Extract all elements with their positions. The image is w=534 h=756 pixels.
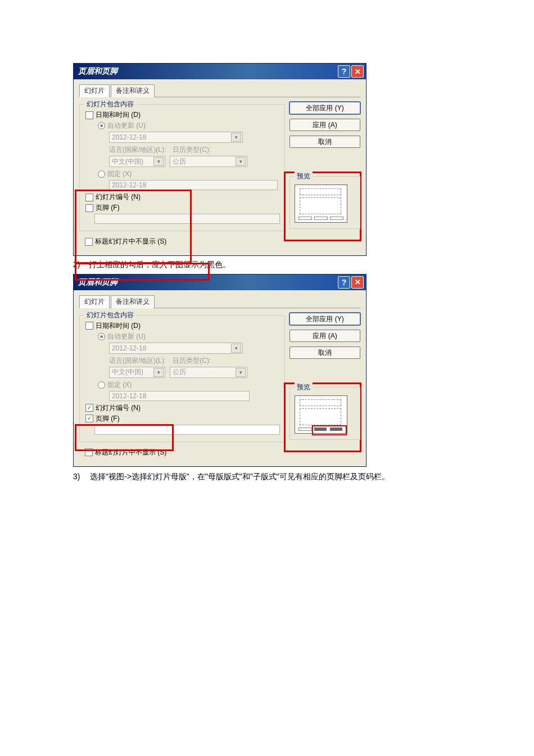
tab-notes[interactable]: 备注和讲义 xyxy=(111,84,155,97)
tab-notes[interactable]: 备注和讲义 xyxy=(111,295,155,308)
checkbox-slide-number[interactable]: ✓ xyxy=(85,404,93,412)
close-button[interactable]: ✕ xyxy=(351,276,364,289)
label-calendar: 日历类型(C): xyxy=(173,145,211,155)
label-auto-update: 自动更新 (U) xyxy=(107,121,146,130)
label-fixed: 固定 (X) xyxy=(107,380,132,390)
language-combo[interactable]: 中文(中国) ▾ xyxy=(109,367,165,378)
preview-group: 预览 xyxy=(289,387,360,440)
close-button[interactable]: ✕ xyxy=(351,65,364,78)
calendar-combo[interactable]: 公历 ▾ xyxy=(170,367,247,378)
apply-button[interactable]: 应用 (A) xyxy=(289,119,360,131)
label-slide-number: 幻灯片编号 (N) xyxy=(96,403,141,413)
language-combo[interactable]: 中文(中国) ▾ xyxy=(109,156,165,167)
titlebar: 页眉和页脚 ? ✕ xyxy=(74,64,366,79)
label-footer: 页脚 (F) xyxy=(96,203,120,213)
footer-text-input[interactable] xyxy=(94,425,280,435)
cancel-button[interactable]: 取消 xyxy=(289,136,360,148)
help-button[interactable]: ? xyxy=(338,65,350,78)
preview-label: 预览 xyxy=(295,172,313,181)
label-date-time: 日期和时间 (D) xyxy=(96,110,141,120)
help-button[interactable]: ? xyxy=(338,276,350,289)
label-not-on-title: 标题幻灯片中不显示 (S) xyxy=(95,448,166,457)
apply-all-button[interactable]: 全部应用 (Y) xyxy=(289,102,360,114)
radio-fixed[interactable] xyxy=(98,381,105,389)
apply-all-button[interactable]: 全部应用 (Y) xyxy=(289,313,360,325)
checkbox-not-on-title[interactable] xyxy=(85,238,93,246)
checkbox-slide-number[interactable] xyxy=(85,194,93,201)
label-not-on-title: 标题幻灯片中不显示 (S) xyxy=(95,237,166,246)
label-fixed: 固定 (X) xyxy=(107,169,132,179)
checkbox-date-time[interactable] xyxy=(85,111,93,119)
radio-auto-update[interactable] xyxy=(98,333,105,340)
preview-label: 预览 xyxy=(295,382,313,392)
preview-slide xyxy=(295,184,347,223)
radio-auto-update[interactable] xyxy=(98,122,105,129)
chevron-down-icon: ▾ xyxy=(236,157,246,166)
tabs: 幻灯片 备注和讲义 xyxy=(79,295,360,308)
cancel-button[interactable]: 取消 xyxy=(289,346,360,359)
step-2-text: 2)打上相应的勾后，应入下图显示为黑色。 xyxy=(73,258,461,272)
chevron-down-icon: ▾ xyxy=(231,344,241,353)
calendar-combo[interactable]: 公历 ▾ xyxy=(170,156,247,167)
include-group: 幻灯片包含内容 日期和时间 (D) 自动更新 (U) 2012-12-18 xyxy=(79,315,285,442)
fixed-date-input[interactable]: 2012-12-18 xyxy=(109,180,278,190)
apply-button[interactable]: 应用 (A) xyxy=(289,330,360,342)
fixed-date-input[interactable]: 2012-12-18 xyxy=(109,391,250,401)
label-auto-update: 自动更新 (U) xyxy=(107,332,146,341)
preview-group: 预览 xyxy=(289,176,360,229)
checkbox-footer[interactable]: ✓ xyxy=(85,415,93,422)
label-footer: 页脚 (F) xyxy=(96,414,120,424)
chevron-down-icon: ▾ xyxy=(231,133,241,142)
checkbox-footer[interactable] xyxy=(85,204,93,212)
titlebar: 页眉和页脚 ? ✕ xyxy=(74,274,366,290)
include-group: 幻灯片包含内容 日期和时间 (D) 自动更新 (U) 2012-12-18 xyxy=(79,104,285,231)
tabs: 幻灯片 备注和讲义 xyxy=(79,84,360,97)
label-calendar: 日历类型(C): xyxy=(173,356,211,366)
label-language: 语言(国家/地区)(L): xyxy=(109,145,166,155)
group-title: 幻灯片包含内容 xyxy=(84,310,136,320)
tab-slide[interactable]: 幻灯片 xyxy=(79,84,110,97)
chevron-down-icon: ▾ xyxy=(153,157,164,166)
date-format-combo[interactable]: 2012-12-18 ▾ xyxy=(109,132,243,143)
dialog-title: 页眉和页脚 xyxy=(78,277,117,287)
date-format-combo[interactable]: 2012-12-18 ▾ xyxy=(109,343,243,354)
label-slide-number: 幻灯片编号 (N) xyxy=(96,192,141,202)
footer-text-input[interactable] xyxy=(94,214,280,224)
group-title: 幻灯片包含内容 xyxy=(84,100,136,109)
step-3-text: 3) 选择"视图->选择幻灯片母版"，在"母版版式"和"子版式"可见有相应的页脚… xyxy=(73,469,461,484)
dialog-title: 页眉和页脚 xyxy=(78,66,117,76)
checkbox-not-on-title[interactable] xyxy=(85,448,93,456)
preview-slide xyxy=(295,395,347,434)
checkbox-date-time[interactable] xyxy=(85,322,93,330)
chevron-down-icon: ▾ xyxy=(236,368,246,377)
chevron-down-icon: ▾ xyxy=(153,368,164,377)
header-footer-dialog-1: 页眉和页脚 ? ✕ 幻灯片 备注和讲义 幻灯片包含内容 日期和时间 (D) xyxy=(73,63,366,256)
label-language: 语言(国家/地区)(L): xyxy=(109,356,166,366)
label-date-time: 日期和时间 (D) xyxy=(96,321,141,331)
header-footer-dialog-2: 页眉和页脚 ? ✕ 幻灯片 备注和讲义 幻灯片包含内容 日期和时间 (D) xyxy=(73,274,366,467)
radio-fixed[interactable] xyxy=(98,170,105,178)
tab-slide[interactable]: 幻灯片 xyxy=(79,295,110,308)
